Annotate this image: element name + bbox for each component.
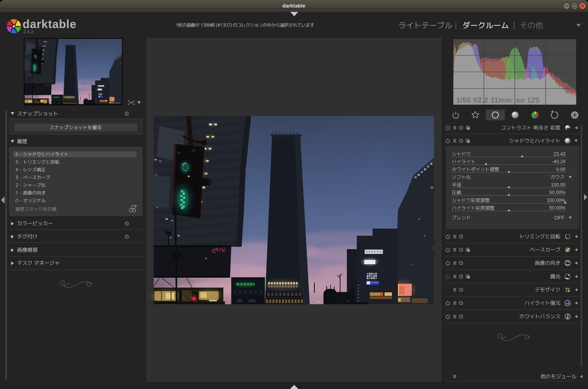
svg-text:100.00: 100.00 (551, 182, 565, 188)
svg-text:OFF: OFF (554, 215, 565, 221)
svg-text:50.00%: 50.00% (549, 190, 565, 195)
svg-text:50.00%: 50.00% (549, 205, 565, 211)
svg-text:100.00%: 100.00% (547, 198, 566, 203)
svg-text:darktable: darktable (282, 3, 305, 9)
svg-text:0.00: 0.00 (556, 167, 566, 172)
svg-text:-40.24: -40.24 (552, 159, 565, 164)
svg-text:1/50 f/2.2 11mm iso 125: 1/50 f/2.2 11mm iso 125 (456, 96, 540, 104)
svg-text:23.43: 23.43 (554, 151, 565, 157)
svg-text:2.4.2: 2.4.2 (23, 29, 34, 34)
svg-text:darktable: darktable (23, 18, 76, 31)
